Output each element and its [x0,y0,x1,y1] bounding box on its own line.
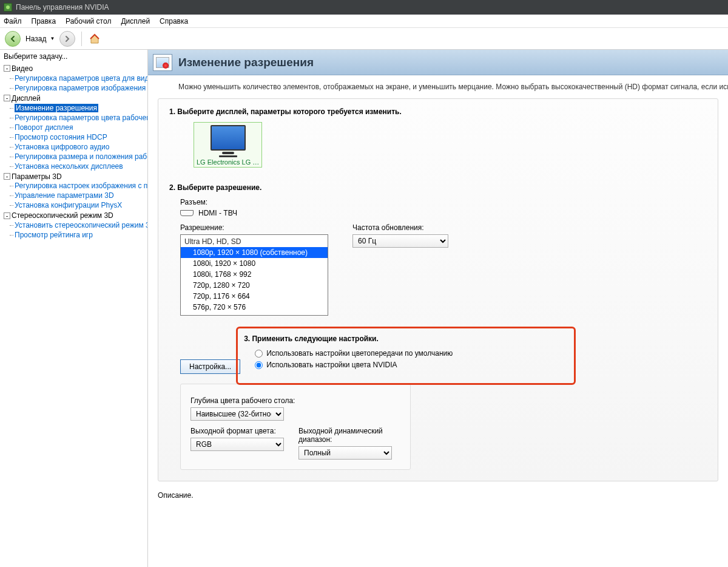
tree-item[interactable]: Регулировка параметров цвета для видео [15,74,147,83]
resolution-item[interactable]: 1080i, 1768 × 992 [181,269,328,280]
tree-item[interactable]: Управление параметрами 3D [15,191,114,200]
sidebar-title: Выберите задачу... [4,52,147,61]
resolution-group-header: Ultra HD, HD, SD [181,236,328,247]
step1-title: 1. Выберите дисплей, параметры которого … [169,107,707,116]
output-format-dropdown[interactable]: RGB [190,438,284,451]
forward-button[interactable] [59,31,75,47]
tree-toggle[interactable]: - [4,173,10,180]
back-dropdown-caret[interactable]: ▼ [50,36,55,41]
display-item[interactable]: LG Electronics LG … [194,122,262,168]
menu-file[interactable]: Файл [4,17,22,25]
description-label: Описание. [158,491,728,500]
tree-toggle[interactable]: - [4,212,10,219]
tree-group-label[interactable]: Видео [12,64,33,73]
dynamic-range-label: Выходной динамический диапазон: [298,427,400,444]
tree-item[interactable]: Регулировка параметров изображения для в… [15,84,147,92]
arrow-left-icon [8,35,17,43]
connector-value: HDMI - ТВЧ [198,209,237,217]
connector-label: Разъем: [180,198,707,206]
radio-default-color[interactable] [255,350,263,358]
refresh-rate-dropdown[interactable]: 60 Гц [352,234,448,248]
color-depth-label: Глубина цвета рабочего стола: [190,396,400,405]
page-title: Изменение разрешения [178,56,314,69]
tree-group-label[interactable]: Дисплей [12,94,41,103]
resolution-item[interactable]: 720p, 1176 × 664 [181,291,328,302]
tree-item[interactable]: Установка цифрового аудио [15,143,109,151]
color-depth-dropdown[interactable]: Наивысшее (32-битное) [190,407,284,421]
step2-title: 2. Выберите разрешение. [169,183,707,192]
menu-help[interactable]: Справка [160,17,188,25]
tree-toggle[interactable]: - [4,95,10,101]
resolution-icon [153,54,172,71]
home-button[interactable] [88,32,101,46]
home-icon [89,33,100,44]
toolbar: Назад ▼ [0,28,728,50]
output-format-label: Выходной формат цвета: [190,427,284,435]
arrow-right-icon [63,35,72,43]
nvidia-icon [4,3,12,12]
page-header: Изменение разрешения [148,50,728,75]
page-intro: Можно уменьшить количество элементов, от… [148,75,728,98]
svg-point-0 [6,5,10,9]
display-name: LG Electronics LG … [197,158,259,166]
tree-item[interactable]: Регулировка параметров цвета рабочего ст… [15,114,147,122]
tree-item[interactable]: Установить стереоскопический режим 3D [15,221,147,229]
radio-default-label: Использовать настройки цветопередачи по … [266,349,453,358]
tree-item[interactable]: Установка конфигурации PhysX [15,201,122,209]
resolution-item[interactable]: 480p, 720 × 480 [181,313,328,316]
menubar: Файл Правка Рабочий стол Дисплей Справка [0,15,728,28]
tree-item[interactable]: Регулировка настроек изображения с просм… [15,182,147,190]
dynamic-range-dropdown[interactable]: Полный [298,446,392,460]
tree-toggle[interactable]: - [4,65,10,72]
resolution-label: Разрешение: [180,223,328,232]
refresh-label: Частота обновления: [352,223,448,232]
task-tree: -ВидеоРегулировка параметров цвета для в… [4,63,147,240]
highlight-box: 3. Применить следующие настройки. Исполь… [236,327,576,385]
tree-item[interactable]: Поворот дисплея [15,123,73,132]
window-title: Панель управления NVIDIA [16,3,109,12]
resolution-item[interactable]: 720p, 1280 × 720 [181,280,328,291]
toolbar-separator [81,32,82,46]
resolution-item[interactable]: 1080p, 1920 × 1080 (собственное) [181,247,328,258]
tree-item[interactable]: Просмотр рейтинга игр [15,231,93,239]
sidebar: Выберите задачу... -ВидеоРегулировка пар… [0,50,148,567]
tree-group-label[interactable]: Параметры 3D [12,172,62,180]
content: Изменение разрешения Можно уменьшить кол… [148,50,728,567]
radio-nvidia-label: Использовать настройки цвета NVIDIA [266,361,397,369]
back-label: Назад [25,35,46,43]
settings-panel: 1. Выберите дисплей, параметры которого … [158,98,718,481]
back-button[interactable] [5,31,21,47]
step3-title: 3. Применить следующие настройки. [244,334,453,343]
tree-item[interactable]: Изменение разрешения [15,104,98,112]
tree-item[interactable]: Просмотр состояния HDCP [15,133,107,141]
tree-group-label[interactable]: Стереоскопический режим 3D [12,211,113,220]
monitor-icon [211,125,246,151]
color-settings-group: Глубина цвета рабочего стола: Наивысшее … [180,384,411,470]
customize-button[interactable]: Настройка... [180,359,240,374]
radio-nvidia-color[interactable] [255,361,263,369]
menu-desktop[interactable]: Рабочий стол [66,17,111,25]
menu-edit[interactable]: Правка [32,17,56,25]
resolution-listbox[interactable]: Ultra HD, HD, SD1080p, 1920 × 1080 (собс… [180,234,328,316]
hdmi-icon [180,210,194,216]
menu-display[interactable]: Дисплей [121,17,150,25]
titlebar: Панель управления NVIDIA [0,0,728,15]
tree-item[interactable]: Регулировка размера и положения рабочего… [15,152,147,161]
resolution-item[interactable]: 576p, 720 × 576 [181,302,328,313]
tree-item[interactable]: Установка нескольких дисплеев [15,162,123,171]
resolution-item[interactable]: 1080i, 1920 × 1080 [181,258,328,269]
